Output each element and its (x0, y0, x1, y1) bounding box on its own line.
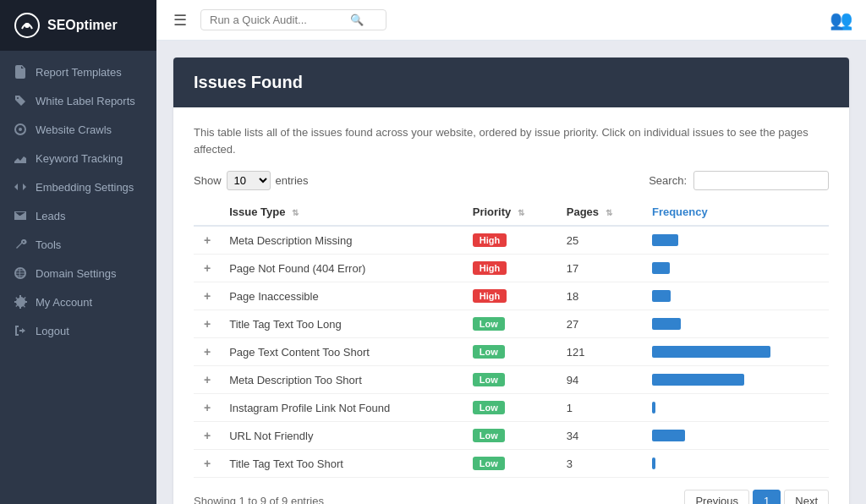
priority-badge: Low (473, 345, 505, 359)
expand-button[interactable]: + (202, 457, 212, 470)
table-footer: Showing 1 to 9 of 9 entries Previous 1 N… (194, 490, 829, 504)
priority-badge: Low (473, 317, 505, 331)
sidebar-item-leads[interactable]: Leads (0, 201, 156, 230)
logout-icon (14, 324, 27, 337)
row-frequency (644, 366, 829, 394)
row-pages: 94 (558, 366, 644, 394)
page-title: Issues Found (194, 73, 829, 92)
row-frequency (644, 338, 829, 366)
user-avatar-icon[interactable]: 👥 (830, 9, 852, 31)
crawl-icon (14, 123, 27, 136)
row-expand[interactable]: + (194, 394, 221, 422)
expand-button[interactable]: + (202, 317, 212, 331)
expand-button[interactable]: + (202, 289, 212, 303)
row-pages: 34 (558, 422, 644, 450)
row-issue-type: Meta Description Too Short (221, 366, 464, 394)
table-controls-right: Search: (649, 171, 829, 190)
table-row[interactable]: + Meta Description Too Short Low 94 (194, 366, 829, 394)
expand-button[interactable]: + (202, 373, 212, 386)
sidebar-item-logout[interactable]: Logout (0, 316, 156, 345)
row-expand[interactable]: + (194, 255, 221, 282)
table-row[interactable]: + Meta Description Missing High 25 (194, 226, 829, 255)
table-row[interactable]: + Title Tag Text Too Long Low 27 (194, 310, 829, 338)
sidebar-item-white-label-reports[interactable]: White Label Reports (0, 86, 156, 115)
table-search-input[interactable] (693, 171, 829, 190)
sidebar-item-embedding-settings[interactable]: Embedding Settings (0, 173, 156, 201)
tag-icon (14, 94, 27, 107)
row-expand[interactable]: + (194, 450, 221, 478)
table-row[interactable]: + URL Not Friendly Low 34 (194, 422, 829, 450)
card-body: This table lists all of the issues found… (173, 107, 849, 504)
main-content: ☰ 🔍 👥 Issues Found This table lists all … (156, 0, 866, 504)
mail-icon (14, 209, 27, 222)
row-frequency (644, 422, 829, 450)
col-issue-type[interactable]: Issue Type ⇅ (221, 199, 464, 226)
table-row[interactable]: + Page Not Found (404 Error) High 17 (194, 255, 829, 282)
row-priority: Low (464, 338, 558, 366)
table-row[interactable]: + Title Tag Text Too Short Low 3 (194, 450, 829, 478)
row-frequency (644, 226, 829, 255)
col-priority[interactable]: Priority ⇅ (464, 199, 558, 226)
priority-badge: Low (473, 457, 505, 470)
row-issue-type: Page Inaccessible (221, 282, 464, 310)
frequency-bar (652, 318, 681, 330)
next-button[interactable]: Next (784, 490, 829, 504)
expand-button[interactable]: + (202, 429, 212, 442)
priority-badge: High (473, 233, 507, 247)
sidebar-item-domain-settings[interactable]: Domain Settings (0, 259, 156, 288)
show-label: Show (194, 174, 222, 187)
row-expand[interactable]: + (194, 310, 221, 338)
row-priority: Low (464, 394, 558, 422)
globe-icon (14, 266, 27, 280)
card-header: Issues Found (173, 58, 849, 107)
frequency-bar-container (652, 234, 820, 246)
row-expand[interactable]: + (194, 422, 221, 450)
quick-audit-search[interactable]: 🔍 (200, 9, 386, 30)
page-1-button[interactable]: 1 (753, 490, 781, 504)
table-row[interactable]: + Instagram Profile Link Not Found Low 1 (194, 394, 829, 422)
expand-button[interactable]: + (202, 261, 212, 275)
frequency-bar-container (652, 262, 820, 274)
sidebar-item-my-account[interactable]: My Account (0, 288, 156, 316)
row-issue-type: Page Text Content Too Short (221, 338, 464, 366)
content-area: Issues Found This table lists all of the… (156, 41, 866, 504)
row-frequency (644, 255, 829, 282)
row-expand[interactable]: + (194, 282, 221, 310)
row-priority: High (464, 255, 558, 282)
row-pages: 121 (558, 338, 644, 366)
row-pages: 27 (558, 310, 644, 338)
row-expand[interactable]: + (194, 366, 221, 394)
col-frequency[interactable]: Frequency (644, 199, 829, 226)
row-expand[interactable]: + (194, 338, 221, 366)
table-controls-left: Show 102550100 entries (194, 171, 309, 190)
row-priority: Low (464, 422, 558, 450)
row-issue-type: Title Tag Text Too Short (221, 450, 464, 478)
sidebar-item-report-templates[interactable]: Report Templates (0, 58, 156, 86)
frequency-bar (652, 234, 678, 246)
topbar-right: 👥 (830, 9, 852, 31)
search-input[interactable] (210, 14, 345, 26)
frequency-bar-container (652, 430, 820, 441)
entries-select[interactable]: 102550100 (227, 171, 271, 190)
svg-point-3 (19, 128, 22, 131)
row-expand[interactable]: + (194, 226, 221, 255)
topbar-left: ☰ 🔍 (170, 9, 386, 31)
frequency-bar-container (652, 402, 820, 414)
table-row[interactable]: + Page Text Content Too Short Low 121 (194, 338, 829, 366)
hamburger-button[interactable]: ☰ (170, 9, 190, 31)
row-issue-type: Title Tag Text Too Long (221, 310, 464, 338)
sidebar-item-keyword-tracking[interactable]: Keyword Tracking (0, 144, 156, 173)
previous-button[interactable]: Previous (684, 490, 749, 504)
frequency-bar-container (652, 318, 820, 330)
sidebar-item-website-crawls[interactable]: Website Crawls (0, 115, 156, 144)
table-row[interactable]: + Page Inaccessible High 18 (194, 282, 829, 310)
expand-button[interactable]: + (202, 345, 212, 359)
expand-button[interactable]: + (202, 233, 212, 247)
priority-badge: High (473, 289, 507, 303)
row-pages: 25 (558, 226, 644, 255)
seoptimer-logo-icon (14, 12, 41, 39)
frequency-bar (652, 402, 655, 414)
sidebar-item-tools[interactable]: Tools (0, 230, 156, 259)
col-pages[interactable]: Pages ⇅ (558, 199, 644, 226)
expand-button[interactable]: + (202, 401, 212, 414)
